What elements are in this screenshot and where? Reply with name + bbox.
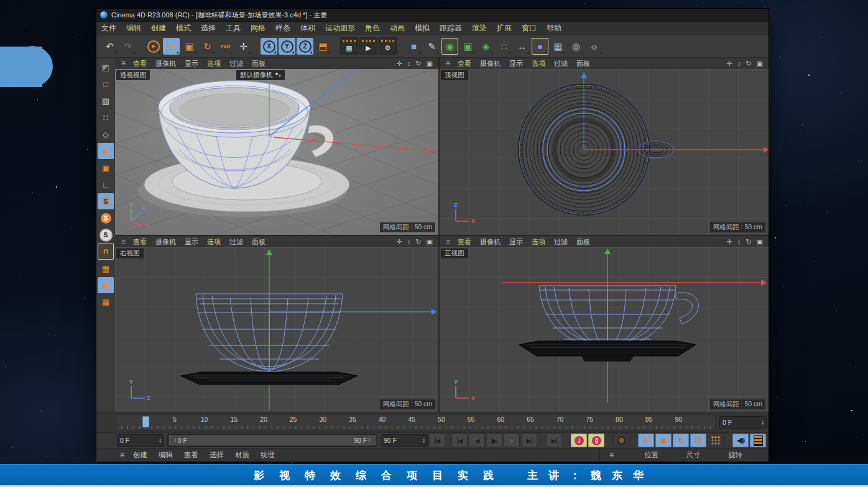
measure-icon[interactable]: ↔ (514, 38, 530, 55)
menu-item-查看[interactable]: 查看 (129, 59, 151, 68)
toggle-view-icon[interactable]: ▣ (427, 60, 433, 68)
menu-item-运动图形[interactable]: 运动图形 (320, 23, 360, 34)
menu-item-选项[interactable]: 选项 (527, 59, 550, 68)
range-grip-left[interactable]: ‖ (174, 437, 177, 444)
current-frame-field[interactable]: 0 F ▴▾ (117, 434, 164, 447)
dolly-view-icon[interactable]: ↕ (407, 238, 411, 246)
menu-item-材质[interactable]: 材质 (229, 450, 255, 460)
floor-icon[interactable]: ▦ (550, 38, 566, 55)
spinner-arrows[interactable]: ▴▾ (159, 438, 161, 444)
timeline-ruler[interactable]: 051015202530354045505560657075808590 (116, 414, 716, 430)
range-grip-right[interactable]: ‖ (368, 437, 371, 444)
magnet-snap-icon[interactable]: ∪ (98, 244, 114, 260)
rotate-view-icon[interactable]: ↻ (415, 238, 421, 246)
redo-icon[interactable]: ↷ (119, 38, 136, 55)
menu-item-编辑[interactable]: 编辑 (153, 450, 178, 460)
viewport-top-canvas[interactable]: 顶视图 ZX 网格间距 : 50 cm (440, 69, 769, 235)
move-tool-icon[interactable]: ✛ (163, 38, 180, 55)
record-scale-button[interactable]: ▣ (655, 434, 672, 447)
viewport-menu-icon[interactable]: ≡ (446, 237, 450, 246)
menu-item-扩展[interactable]: 扩展 (492, 23, 517, 34)
menu-item-过滤[interactable]: 过滤 (550, 59, 572, 68)
menu-item-渲染[interactable]: 渲染 (467, 23, 492, 34)
menu-item-查看[interactable]: 查看 (453, 237, 476, 247)
menu-item-模拟[interactable]: 模拟 (410, 23, 435, 34)
menu-item-窗口[interactable]: 窗口 (517, 23, 542, 34)
undo-icon[interactable]: ↶ (101, 38, 118, 55)
menu-item-摄像机[interactable]: 摄像机 (151, 59, 180, 68)
menu-item-工具[interactable]: 工具 (221, 23, 246, 34)
snap-toggle-icon[interactable]: S (98, 193, 114, 209)
goto-end-button[interactable]: ▶| (546, 434, 562, 447)
viewport-menu-icon[interactable]: ≡ (121, 59, 126, 68)
camera-icon[interactable]: ◎ (568, 38, 584, 55)
coordinate-system-icon[interactable]: ⬒ (315, 38, 331, 55)
menu-item-面板[interactable]: 面板 (247, 59, 270, 68)
menu-item-帮助[interactable]: 帮助 (542, 23, 566, 34)
frame-field[interactable]: 0 F ▴▾ (719, 416, 767, 429)
menu-item-面板[interactable]: 面板 (572, 59, 594, 68)
toggle-view-icon[interactable]: ▣ (427, 238, 433, 246)
make-editable-icon[interactable]: ◩ (98, 59, 114, 75)
snap-2d-icon[interactable]: S (98, 210, 114, 226)
rotate-view-icon[interactable]: ↻ (415, 60, 421, 68)
menu-item-选择[interactable]: 选择 (196, 23, 221, 34)
record-parameter-button[interactable]: Ⓟ (690, 434, 706, 447)
x-axis-lock-icon[interactable]: X (261, 38, 277, 55)
pan-view-icon[interactable]: ✛ (727, 60, 732, 68)
viewport-front-canvas[interactable]: 正视图 YX 网格间距 : 50 cm (440, 247, 769, 412)
scale-tool-icon[interactable]: ▣ (181, 38, 198, 55)
menu-item-模式[interactable]: 模式 (171, 23, 196, 34)
render-settings-icon[interactable]: ⚙ (379, 37, 397, 55)
render-view-icon[interactable]: ▦ (340, 37, 358, 55)
menu-item-过滤[interactable]: 过滤 (550, 237, 572, 247)
preview-range-slider[interactable]: ‖ 0 F 90 F ‖ (167, 434, 377, 447)
toggle-view-icon[interactable]: ▣ (757, 60, 763, 68)
spinner-arrows[interactable]: ▴▾ (423, 438, 425, 444)
texture-mode-icon[interactable]: ▨ (98, 93, 114, 109)
snap-3d-icon[interactable]: S (98, 227, 114, 243)
polygon-mode-icon[interactable]: ◆ (98, 143, 114, 159)
menu-item-选项[interactable]: 选项 (527, 237, 550, 247)
menu-item-显示[interactable]: 显示 (180, 237, 203, 247)
play-button[interactable]: ▶ (486, 434, 502, 447)
workplane-align-icon[interactable]: ▦ (98, 294, 114, 310)
autokey-button[interactable]: () (588, 434, 604, 447)
material-menu-icon[interactable]: ≡ (120, 451, 124, 460)
volume-icon[interactable]: ● (532, 38, 548, 55)
rotate-view-icon[interactable]: ↻ (746, 60, 751, 68)
dolly-view-icon[interactable]: ↕ (737, 60, 741, 68)
end-frame-field[interactable]: 90 F ▴▾ (381, 434, 428, 447)
menu-item-网格[interactable]: 网格 (246, 23, 270, 34)
dolly-view-icon[interactable]: ↕ (737, 238, 741, 246)
viewport-right-canvas[interactable]: 右视图 YZ 网格间距 : 50 cm (115, 247, 438, 412)
pan-view-icon[interactable]: ✛ (397, 60, 402, 68)
menu-item-创建[interactable]: 创建 (146, 23, 171, 34)
goto-start-button[interactable]: |◀ (429, 434, 445, 447)
record-pla-button[interactable] (708, 434, 724, 447)
axis-modify-icon[interactable]: ✛ (235, 38, 252, 55)
next-frame-button[interactable]: ▶ (504, 434, 520, 447)
quantize-icon[interactable]: ▦ (98, 260, 114, 276)
viewport-menu-icon[interactable]: ≡ (446, 59, 450, 68)
menu-item-纹理[interactable]: 纹理 (255, 450, 280, 460)
preview-range-bar[interactable]: ‖ 0 F 90 F ‖ (169, 435, 376, 445)
edge-mode-icon[interactable]: ◇ (98, 126, 114, 142)
menu-item-创建[interactable]: 创建 (127, 450, 153, 460)
rotate-view-icon[interactable]: ↻ (746, 238, 751, 246)
rotate-tool-icon[interactable]: ↻ (199, 38, 216, 55)
menu-item-查看[interactable]: 查看 (453, 59, 476, 68)
dolly-view-icon[interactable]: ↕ (407, 60, 411, 68)
menu-item-选项[interactable]: 选项 (203, 59, 225, 68)
z-axis-lock-icon[interactable]: Z (297, 38, 313, 55)
viewport-menu-icon[interactable]: ≡ (121, 237, 126, 246)
menu-item-显示[interactable]: 显示 (180, 59, 203, 68)
sound-button[interactable]: ◀))) (732, 434, 749, 447)
camera-label[interactable]: 默认摄像机 (236, 70, 285, 80)
menu-item-查看[interactable]: 查看 (129, 237, 151, 247)
render-preview-button[interactable] (750, 434, 766, 447)
tweak-mode-icon[interactable]: ▣ (98, 160, 114, 176)
cloner-icon[interactable]: ∷ (496, 38, 512, 55)
goto-prev-key-button[interactable]: |◀ (451, 434, 468, 447)
menu-item-体积[interactable]: 体积 (295, 23, 320, 34)
